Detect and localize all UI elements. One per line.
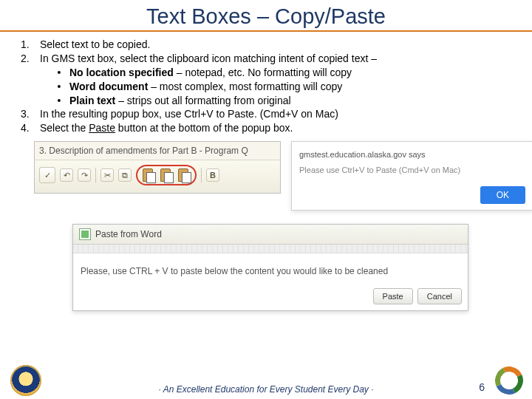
page-number: 6	[479, 381, 485, 393]
step-text: Select text to be copied.	[40, 38, 377, 52]
title-rule	[0, 30, 532, 32]
ordered-list: 1. Select text to be copied. 2. In GMS t…	[21, 38, 377, 135]
separator	[201, 168, 202, 183]
cancel-button[interactable]: Cancel	[417, 288, 462, 305]
screenshot-toolbar: 3. Description of amendments for Part B …	[34, 141, 281, 194]
step-number: 1.	[21, 38, 40, 52]
step-number: 3.	[21, 107, 40, 121]
step-number: 4.	[21, 121, 40, 135]
footer-tagline: · An Excellent Education for Every Stude…	[0, 384, 532, 395]
paste-icon	[140, 167, 157, 183]
alert-text: Please use Ctrl+V to Paste (Cmd+V on Mac…	[299, 165, 525, 176]
word-icon	[79, 228, 91, 240]
bullet: •	[56, 66, 62, 80]
redo-icon: ↷	[78, 168, 91, 182]
alert-origin: gmstest.education.alaska.gov says	[299, 149, 525, 160]
step-text: In GMS text box, select the clipboard ic…	[40, 52, 377, 108]
cut-icon: ✂	[100, 168, 114, 182]
content-area: 1. Select text to be copied. 2. In GMS t…	[0, 38, 532, 302]
paste-button[interactable]: Paste	[373, 288, 413, 305]
ok-button[interactable]: OK	[480, 186, 525, 204]
paste-word-icon	[158, 167, 174, 183]
copy-icon: ⧉	[118, 168, 132, 182]
screenshot-alert: gmstest.education.alaska.gov says Please…	[291, 141, 532, 211]
partner-logo-icon	[495, 366, 523, 395]
dialog-title: Paste from Word	[95, 228, 162, 240]
step-text: Select the Paste button at the bottom of…	[40, 121, 377, 135]
bullet: •	[56, 80, 62, 94]
step-number: 2.	[21, 52, 40, 108]
toolbar-caption: 3. Description of amendments for Part B …	[35, 142, 280, 160]
bold-icon: B	[206, 168, 219, 182]
screenshot-paste-dialog: Paste from Word Please, use CTRL + V to …	[72, 224, 468, 311]
slide-title: Text Boxes – Copy/Paste	[0, 0, 532, 30]
dialog-body: Please, use CTRL + V to paste below the …	[73, 253, 468, 283]
ruler	[73, 245, 468, 253]
paste-plaintext-icon	[176, 167, 192, 183]
paste-icons-highlight	[136, 165, 197, 185]
step-text: In the resulting popup box, use Ctrl+V t…	[40, 107, 377, 121]
separator	[95, 168, 96, 183]
spellcheck-icon: ✓	[39, 167, 55, 183]
bullet: •	[56, 94, 62, 108]
undo-icon: ↶	[60, 168, 73, 182]
